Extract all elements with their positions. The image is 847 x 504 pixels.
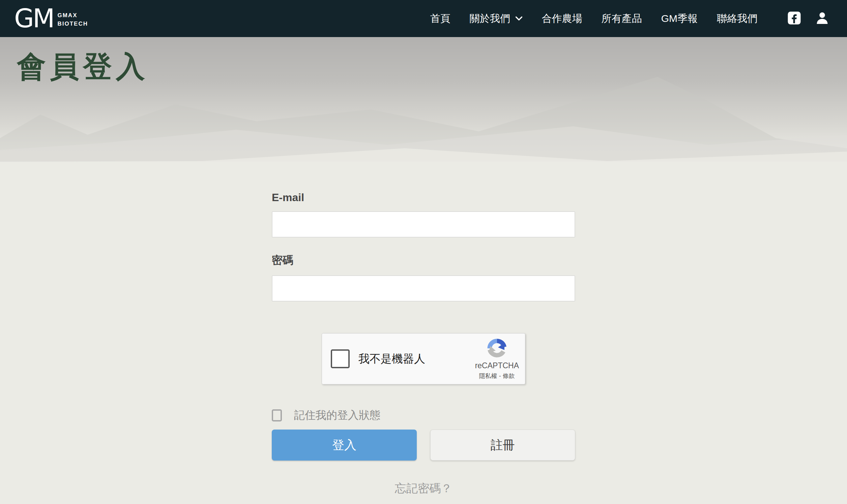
top-navbar: GM GMAX BIOTECH 首頁 關於我們 合作農場 所有產品 GM季報 bbox=[0, 0, 847, 37]
logo-subtitle: GMAX BIOTECH bbox=[57, 9, 88, 28]
email-label: E-mail bbox=[272, 191, 575, 204]
login-section: E-mail 密碼 我不是機器人 reCAPTCHA 隱私權 - 條款 bbox=[0, 162, 847, 504]
nav-label: 所有產品 bbox=[602, 12, 642, 25]
password-label: 密碼 bbox=[272, 253, 575, 268]
page-banner: 會員登入 bbox=[0, 37, 847, 162]
form-buttons: 登入 註冊 bbox=[272, 430, 575, 461]
register-button[interactable]: 註冊 bbox=[430, 430, 575, 461]
forgot-password-link[interactable]: 忘記密碼？ bbox=[395, 482, 452, 494]
email-field[interactable] bbox=[272, 211, 575, 237]
recaptcha-checkbox[interactable] bbox=[331, 349, 350, 368]
user-account-icon[interactable] bbox=[816, 12, 829, 26]
nav-label: GM季報 bbox=[661, 12, 698, 25]
recaptcha-logo-icon bbox=[486, 338, 508, 360]
nav-item-contact[interactable]: 聯絡我們 bbox=[717, 12, 757, 25]
site-logo[interactable]: GM GMAX BIOTECH bbox=[14, 6, 88, 31]
nav-item-home[interactable]: 首頁 bbox=[430, 12, 450, 25]
recaptcha-brand-text: reCAPTCHA bbox=[475, 361, 519, 370]
nav-item-farms[interactable]: 合作農場 bbox=[542, 12, 582, 25]
header-social-icons bbox=[788, 12, 829, 26]
login-form: E-mail 密碼 我不是機器人 reCAPTCHA 隱私權 - 條款 bbox=[272, 162, 575, 496]
recaptcha-label: 我不是機器人 bbox=[359, 352, 425, 366]
remember-me-row: 記住我的登入狀態 bbox=[272, 408, 575, 423]
page-title: 會員登入 bbox=[17, 49, 149, 84]
nav-item-quarterly[interactable]: GM季報 bbox=[661, 12, 698, 25]
recaptcha-terms-link[interactable]: 隱私權 - 條款 bbox=[479, 372, 515, 380]
remember-me-checkbox[interactable] bbox=[272, 409, 282, 421]
nav-label: 聯絡我們 bbox=[717, 12, 757, 25]
forgot-password-row: 忘記密碼？ bbox=[272, 481, 575, 496]
main-nav: 首頁 關於我們 合作農場 所有產品 GM季報 聯絡我們 bbox=[430, 12, 757, 25]
remember-me-label: 記住我的登入狀態 bbox=[294, 408, 380, 423]
nav-label: 合作農場 bbox=[542, 12, 582, 25]
chevron-down-icon bbox=[515, 16, 523, 21]
nav-label: 關於我們 bbox=[470, 12, 510, 25]
logo-sub-line2: BIOTECH bbox=[57, 20, 88, 28]
facebook-icon[interactable] bbox=[788, 12, 801, 26]
nav-label: 首頁 bbox=[430, 12, 450, 25]
recaptcha-widget: 我不是機器人 reCAPTCHA 隱私權 - 條款 bbox=[322, 333, 525, 384]
nav-item-products[interactable]: 所有產品 bbox=[602, 12, 642, 25]
login-button[interactable]: 登入 bbox=[272, 430, 417, 461]
recaptcha-branding: reCAPTCHA 隱私權 - 條款 bbox=[475, 338, 519, 380]
password-field[interactable] bbox=[272, 275, 575, 302]
logo-sub-line1: GMAX bbox=[57, 11, 88, 20]
logo-gm-text: GM bbox=[14, 6, 53, 31]
nav-item-about[interactable]: 關於我們 bbox=[470, 12, 523, 25]
